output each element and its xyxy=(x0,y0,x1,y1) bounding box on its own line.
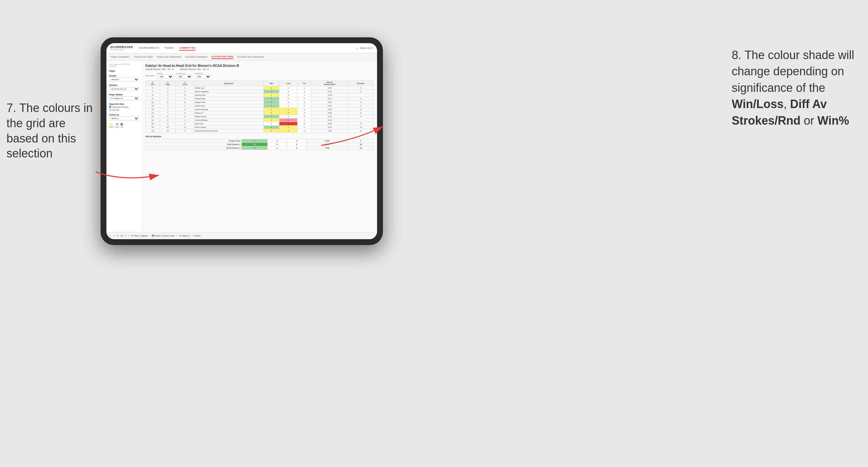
cell-tie: 0 xyxy=(298,97,311,101)
cell-win: 2 xyxy=(264,111,279,115)
sign-out-button[interactable]: Sign out xyxy=(360,46,373,50)
opponent-filter: Opponent (All) xyxy=(195,72,211,79)
cell-div: 9 xyxy=(146,97,160,101)
ood-cell-diff: 9.267 xyxy=(306,143,348,146)
view-original-button[interactable]: 👁 View: Original xyxy=(131,235,148,237)
tablet-frame: SCOREBOARD Powered by clippd TOURNAMENTS… xyxy=(101,37,383,245)
sidebar-timestamp: Last Updated: 27/03/2024 16:55:38 xyxy=(109,63,139,67)
cell-loss: 0 xyxy=(279,101,298,104)
cell-rounds: 11 xyxy=(348,126,374,129)
nav-teams[interactable]: TEAMS xyxy=(164,46,174,51)
colour-by-select[interactable]: Win/loss xyxy=(109,117,139,120)
th-diff: Diff AvStrokes/Rnd xyxy=(311,81,348,86)
table-row: 20 11 6 Emily Chang 4 1 0 0.30 11 xyxy=(146,126,374,129)
tablet-screen: SCOREBOARD Powered by clippd TOURNAMENTS… xyxy=(106,43,377,239)
cell-diff: 1.25 xyxy=(311,115,348,119)
cell-loss: 1 xyxy=(279,126,298,129)
redo-button[interactable]: ↪ xyxy=(113,235,115,237)
opponent-select[interactable]: (All) xyxy=(195,75,211,79)
region-select[interactable]: (All) xyxy=(157,75,173,79)
share-icon: ↗ xyxy=(192,235,194,237)
table-header-row: #Div #Reg #Conf Opponent Win Loss Tie Di… xyxy=(146,81,374,86)
cell-opponent: Heejo Hyun xyxy=(194,104,264,108)
cell-rounds xyxy=(348,93,374,97)
division-select[interactable]: NCAA Division III xyxy=(109,87,139,91)
gender-select[interactable]: Women's xyxy=(109,77,139,82)
sub-nav-team-h2h-heatmap[interactable]: TEAM H2H HEATMAP xyxy=(157,55,181,59)
cell-win: 1 xyxy=(264,97,279,101)
cell-rounds xyxy=(348,119,374,122)
cell-conf: 1 xyxy=(176,86,194,90)
ood-cell-name: Foreign Team xyxy=(146,139,242,143)
cell-conf: 2 xyxy=(176,90,194,93)
cell-rounds: 3 xyxy=(348,104,374,108)
ood-cell-name: NCAA Division 2 xyxy=(146,146,242,150)
nav-committee[interactable]: COMMITTEE xyxy=(179,46,196,51)
main-content: Last Updated: 27/03/2024 16:55:38 Player… xyxy=(106,61,377,232)
cell-rounds: 2 xyxy=(348,122,374,126)
cell-reg: 1 xyxy=(160,108,176,111)
top-100-radio[interactable]: Top 100 xyxy=(109,109,139,111)
nav-tournaments[interactable]: TOURNAMENTS xyxy=(138,46,159,51)
cell-diff: 1.50 xyxy=(311,86,348,90)
cell-diff: -1.00 xyxy=(311,93,348,97)
ood-cell-rounds: 2 xyxy=(348,139,374,143)
ood-cell-loss: 0 xyxy=(268,146,287,150)
cut-button[interactable]: ✂ xyxy=(125,235,127,237)
cell-div: 16 xyxy=(146,119,160,122)
cell-loss: 2 xyxy=(279,111,298,115)
share-button[interactable]: ↗ Share xyxy=(192,235,201,237)
cell-win: 1 xyxy=(264,108,279,111)
cell-div: 20 xyxy=(146,129,160,133)
cell-win: 1 xyxy=(264,115,279,119)
watch-button[interactable]: 👁 Watch ▾ xyxy=(179,235,190,237)
cell-opponent: Esther Lee xyxy=(194,86,264,90)
cell-diff: 0.30 xyxy=(311,126,348,129)
cell-div: 13 xyxy=(146,104,160,108)
th-loss: Loss xyxy=(279,81,298,86)
sub-nav-team-summary[interactable]: TEAM SUMMARY xyxy=(110,55,130,59)
ood-cell-tie: 0 xyxy=(287,143,306,146)
th-rounds: Rounds xyxy=(348,81,374,86)
out-of-division-header: Out of division xyxy=(145,135,374,137)
player-rank-select[interactable]: 8. Katelyn Vo xyxy=(109,96,139,100)
cell-reg: 2 xyxy=(160,90,176,93)
cell-conf: 3 xyxy=(176,93,194,97)
cell-opponent: Stella Cheng xyxy=(194,115,264,119)
nav-separator: | xyxy=(356,47,357,50)
table-row: 13 1 1 Jessica Huang 1 1 0 -3.00 2 xyxy=(146,108,374,111)
cell-div: 3 xyxy=(146,86,160,90)
opponent-played-radio[interactable]: Opponents Played xyxy=(109,106,139,108)
forward-button[interactable]: ⟳ xyxy=(117,235,119,237)
sub-nav-player-summary[interactable]: PLAYER SUMMARY xyxy=(185,55,208,59)
region-filter: Region (All) xyxy=(157,72,173,79)
bottom-toolbar: ↩ ↪ ⟳ ⊞ ✂ 👁 View: Original 💾 Save Custom… xyxy=(106,232,377,239)
cell-diff: 4.00 xyxy=(311,90,348,93)
cell-win: 4 xyxy=(264,126,279,129)
cell-opponent: Federica Domecq Lacroze xyxy=(194,129,264,133)
cell-opponent: Sharon Mun xyxy=(194,97,264,101)
legend-up: Up xyxy=(120,123,123,128)
cell-loss: 0 xyxy=(279,93,298,97)
cell-reg: 7 xyxy=(160,111,176,115)
save-custom-view-button[interactable]: 💾 Save Custom View xyxy=(152,235,175,237)
ood-table-row: Foreign Team 1 0 0 4.500 2 xyxy=(146,139,374,143)
cell-reg: 6 xyxy=(160,101,176,104)
sub-nav-player-h2h-heatmap[interactable]: PLAYER H2H HEATMAP xyxy=(237,55,265,59)
cell-win: 1 xyxy=(264,93,279,97)
copy-button[interactable]: ⊞ xyxy=(121,235,123,237)
cell-win: 2 xyxy=(264,101,279,104)
logo: SCOREBOARD Powered by clippd xyxy=(110,46,138,51)
cell-tie: 1 xyxy=(298,93,311,97)
sub-nav-player-h2h-grid[interactable]: PLAYER H2H GRID xyxy=(212,55,234,59)
ood-cell-rounds: 10 xyxy=(348,146,374,150)
cell-reg: 1 xyxy=(160,97,176,101)
th-opponent: Opponent xyxy=(194,81,264,86)
content-area: Katelyn Vo Head-to-Head Grid for Women's… xyxy=(142,61,377,232)
conference-select[interactable]: (All) xyxy=(176,75,192,79)
table-row: 6 3 3 Sydney Kuo 1 0 1 -1.00 xyxy=(146,93,374,97)
cell-rounds: 4 xyxy=(348,86,374,90)
cell-loss: 0 xyxy=(279,90,298,93)
sub-nav-team-h2h-grid[interactable]: TEAM H2H GRID xyxy=(134,55,153,59)
undo-button[interactable]: ↩ xyxy=(109,235,111,237)
